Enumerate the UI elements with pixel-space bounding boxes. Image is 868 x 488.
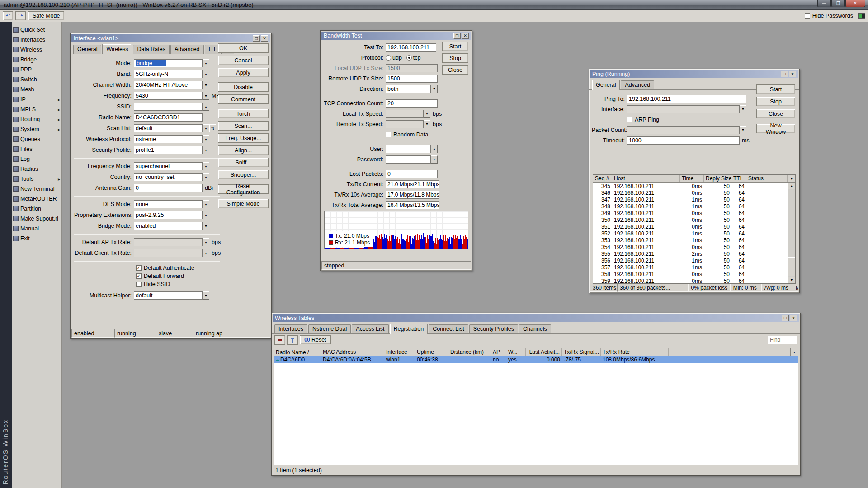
ok-button[interactable]: OK xyxy=(218,43,269,53)
tcp-connection-count-input[interactable]: 20 xyxy=(386,99,438,108)
align-button[interactable]: Align... xyxy=(218,145,269,155)
column-chooser-icon[interactable] xyxy=(788,175,795,182)
close-button[interactable]: Close xyxy=(756,109,795,118)
ping-row[interactable]: 348 192.168.100.211 1ms 50 64 xyxy=(593,203,788,210)
ping-row[interactable]: 354 192.168.100.211 0ms 50 64 xyxy=(593,244,788,250)
ping-interface-input[interactable] xyxy=(627,105,740,113)
close-icon[interactable] xyxy=(789,71,796,77)
local-tx-speed-input[interactable] xyxy=(386,110,424,118)
user-input[interactable] xyxy=(386,145,431,153)
tab-advanced[interactable]: Advanced xyxy=(170,45,204,54)
ping-row[interactable]: 351 192.168.100.211 0ms 50 64 xyxy=(593,223,788,230)
bridge-mode-dropdown-icon[interactable] xyxy=(203,222,209,230)
comment-button[interactable]: Comment xyxy=(218,94,269,104)
bandwidth-test-titlebar[interactable]: Bandwidth Test xyxy=(321,32,471,40)
sidebar-item[interactable]: Quick Set xyxy=(12,25,61,35)
close-icon[interactable] xyxy=(790,315,797,321)
sidebar-item[interactable]: Bridge xyxy=(12,55,61,65)
apply-button[interactable]: Apply xyxy=(218,68,269,77)
mode-dropdown-icon[interactable] xyxy=(203,59,209,67)
ping-row[interactable]: 359 192.168.100.211 0ms 50 64 xyxy=(593,277,788,283)
tab-advanced[interactable]: Advanced xyxy=(621,80,654,89)
tcp-radio[interactable] xyxy=(406,55,412,61)
sidebar-item[interactable]: Tools ▸ xyxy=(12,174,61,184)
sidebar-item[interactable]: Queues xyxy=(12,134,61,144)
tab-wireless[interactable]: Wireless xyxy=(102,44,132,54)
scrollbar-thumb[interactable] xyxy=(788,257,795,276)
frequency-dropdown-icon[interactable] xyxy=(203,92,209,100)
close-button[interactable]: Close xyxy=(442,65,468,75)
security-profile-dropdown-icon[interactable] xyxy=(203,146,209,154)
ping-row[interactable]: 352 192.168.100.211 1ms 50 64 xyxy=(593,230,788,237)
ping-interface-dropdown-icon[interactable] xyxy=(740,105,746,113)
hide-passwords-checkbox[interactable] xyxy=(805,13,810,19)
default-ap-tx-rate-input[interactable] xyxy=(134,238,203,246)
channel-width-input[interactable]: 20/40MHz HT Above xyxy=(134,81,203,89)
sidebar-item[interactable]: MetaROUTER xyxy=(12,194,61,204)
remote-tx-speed-input[interactable] xyxy=(386,120,424,128)
tab-channels[interactable]: Channels xyxy=(519,324,551,333)
tab-general[interactable]: General xyxy=(73,45,101,54)
security-profile-input[interactable]: profile1 xyxy=(134,146,203,154)
default-client-tx-rate-dropdown-icon[interactable] xyxy=(203,249,209,257)
maximize-icon[interactable] xyxy=(453,33,461,39)
default-forward-checkbox[interactable] xyxy=(136,273,142,279)
find-input[interactable] xyxy=(768,336,797,344)
interface-window-titlebar[interactable]: Interface <wlan1> xyxy=(71,34,270,42)
ping-to-input[interactable]: 192.168.100.211 xyxy=(627,95,746,103)
sidebar-item[interactable]: System ▸ xyxy=(12,124,61,134)
hide-ssid-checkbox[interactable] xyxy=(136,282,142,287)
antenna-gain-input[interactable]: 0 xyxy=(134,184,203,192)
close-icon[interactable] xyxy=(462,33,469,39)
registration-list-area[interactable] xyxy=(274,363,798,465)
sniff-button[interactable]: Sniff... xyxy=(218,158,269,167)
mode-input[interactable]: bridge xyxy=(134,59,203,67)
ping-row[interactable]: 350 192.168.100.211 0ms 50 64 xyxy=(593,216,788,223)
dfs-mode-dropdown-icon[interactable] xyxy=(203,200,209,208)
udp-radio[interactable] xyxy=(386,55,391,61)
band-input[interactable]: 5GHz-only-N xyxy=(134,70,203,78)
tab-general[interactable]: General xyxy=(592,80,620,90)
multicast-helper-dropdown-icon[interactable] xyxy=(203,291,209,300)
safe-mode-button[interactable]: Safe Mode xyxy=(28,11,64,20)
tab-interfaces[interactable]: Interfaces xyxy=(274,324,307,333)
local-udp-tx-size-input[interactable]: 1500 xyxy=(386,64,438,72)
filter-button[interactable] xyxy=(287,335,298,345)
dfs-mode-input[interactable]: none xyxy=(134,200,203,208)
wireless-protocol-input[interactable]: nstreme xyxy=(134,135,203,143)
column-chooser-icon[interactable] xyxy=(790,348,798,356)
wireless-tables-titlebar[interactable]: Wireless Tables xyxy=(273,314,799,322)
country-input[interactable]: no_country_set xyxy=(134,173,203,181)
sidebar-item[interactable]: IP ▸ xyxy=(12,94,61,104)
sidebar-item[interactable]: Wireless xyxy=(12,45,61,55)
random-data-checkbox[interactable] xyxy=(386,132,391,137)
simple-mode-button[interactable]: Simple Mode xyxy=(218,199,269,208)
torch-button[interactable]: Torch xyxy=(218,109,269,118)
stop-button[interactable]: Stop xyxy=(442,53,468,63)
sidebar-item[interactable]: New Terminal xyxy=(12,184,61,194)
packet-count-dropdown-icon[interactable] xyxy=(740,126,746,134)
tab-connect-list[interactable]: Connect List xyxy=(429,324,468,333)
scan-list-dropdown-icon[interactable] xyxy=(203,124,209,132)
start-button[interactable]: Start xyxy=(442,42,468,51)
proprietary-extensions-input[interactable]: post-2.9.25 xyxy=(134,211,203,219)
ping-titlebar[interactable]: Ping (Running) xyxy=(590,70,798,78)
remote-tx-speed-dropdown-icon[interactable] xyxy=(424,120,430,128)
cancel-button[interactable]: Cancel xyxy=(218,56,269,65)
sidebar-item[interactable]: Interfaces xyxy=(12,35,61,45)
remove-button[interactable] xyxy=(274,335,285,345)
minimize-button[interactable]: — xyxy=(817,0,831,7)
scan-list-input[interactable]: default xyxy=(134,124,203,132)
default-authenticate-checkbox[interactable] xyxy=(136,265,142,271)
radio-name-input[interactable]: D4CA6DCD3BD1 xyxy=(134,113,203,122)
stop-button[interactable]: Stop xyxy=(756,97,795,106)
sidebar-item[interactable]: Partition xyxy=(12,204,61,214)
registration-row-selected[interactable]: D4CA6D0... D4:CA:6D:0A:04:5B wlan1 00:46… xyxy=(274,356,798,363)
password-input[interactable] xyxy=(386,155,431,164)
country-dropdown-icon[interactable] xyxy=(203,173,209,181)
start-button[interactable]: Start xyxy=(756,84,795,94)
maximize-icon[interactable] xyxy=(782,315,789,321)
default-ap-tx-rate-dropdown-icon[interactable] xyxy=(203,238,209,246)
undo-icon[interactable]: ↶ xyxy=(3,11,13,20)
sidebar-item[interactable]: Manual xyxy=(12,224,61,234)
